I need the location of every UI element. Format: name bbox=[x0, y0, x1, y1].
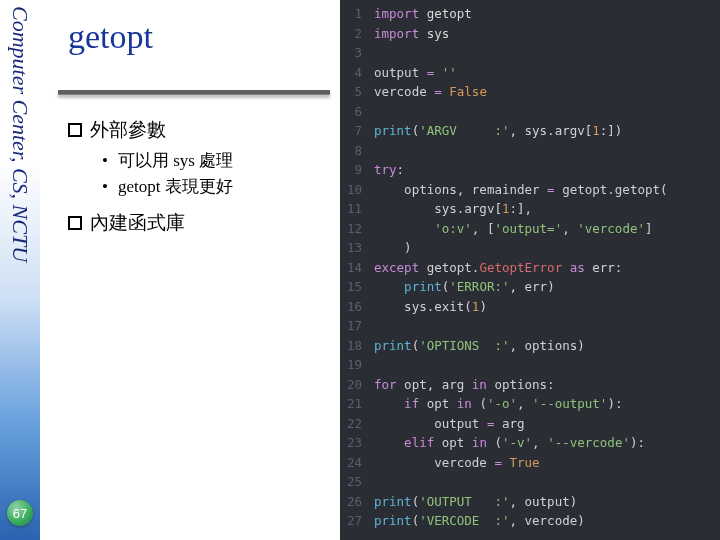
code-line: 11 sys.argv[1:], bbox=[340, 199, 720, 219]
code-line-body: sys.argv[1:], bbox=[374, 199, 720, 219]
code-line: 19 bbox=[340, 355, 720, 375]
code-line: 4output = '' bbox=[340, 63, 720, 83]
line-number: 6 bbox=[340, 102, 374, 122]
code-line: 22 output = arg bbox=[340, 414, 720, 434]
code-line-body bbox=[374, 102, 720, 122]
code-line-body bbox=[374, 355, 720, 375]
code-line: 14except getopt.GetoptError as err: bbox=[340, 258, 720, 278]
code-line-body: for opt, arg in options: bbox=[374, 375, 720, 395]
line-number: 10 bbox=[340, 180, 374, 200]
line-number: 3 bbox=[340, 43, 374, 63]
page-number-badge: 67 bbox=[7, 500, 33, 526]
line-number: 22 bbox=[340, 414, 374, 434]
code-line: 25 bbox=[340, 472, 720, 492]
code-line-body: print('ERROR:', err) bbox=[374, 277, 720, 297]
line-number: 18 bbox=[340, 336, 374, 356]
code-line-body: options, remainder = getopt.getopt( bbox=[374, 180, 720, 200]
slide: Computer Center, CS, NCTU 67 getopt 外部參數… bbox=[0, 0, 720, 540]
square-bullet-icon bbox=[68, 123, 82, 137]
code-line-body: import getopt bbox=[374, 4, 720, 24]
code-line: 13 ) bbox=[340, 238, 720, 258]
line-number: 21 bbox=[340, 394, 374, 414]
code-line-body bbox=[374, 43, 720, 63]
code-line: 18print('OPTIONS :', options) bbox=[340, 336, 720, 356]
sub-bullet: getopt 表現更好 bbox=[102, 175, 330, 198]
bullet-1: 外部參數 bbox=[68, 117, 330, 143]
line-number: 5 bbox=[340, 82, 374, 102]
line-number: 25 bbox=[340, 472, 374, 492]
code-line-body: import sys bbox=[374, 24, 720, 44]
line-number: 24 bbox=[340, 453, 374, 473]
line-number: 11 bbox=[340, 199, 374, 219]
code-line-body bbox=[374, 316, 720, 336]
code-line: 7print('ARGV :', sys.argv[1:]) bbox=[340, 121, 720, 141]
line-number: 19 bbox=[340, 355, 374, 375]
line-number: 7 bbox=[340, 121, 374, 141]
code-line-body: print('OUTPUT :', output) bbox=[374, 492, 720, 512]
code-line: 24 vercode = True bbox=[340, 453, 720, 473]
code-line-body: output = arg bbox=[374, 414, 720, 434]
sidebar: Computer Center, CS, NCTU 67 bbox=[0, 0, 40, 540]
line-number: 13 bbox=[340, 238, 374, 258]
code-line: 2import sys bbox=[340, 24, 720, 44]
line-number: 2 bbox=[340, 24, 374, 44]
content-pane: getopt 外部參數 可以用 sys 處理 getopt 表現更好 內建函式庫 bbox=[40, 0, 340, 540]
sub-bullet: 可以用 sys 處理 bbox=[102, 149, 330, 172]
code-line-body: sys.exit(1) bbox=[374, 297, 720, 317]
line-number: 20 bbox=[340, 375, 374, 395]
line-number: 14 bbox=[340, 258, 374, 278]
code-line: 27print('VERCODE :', vercode) bbox=[340, 511, 720, 531]
line-number: 4 bbox=[340, 63, 374, 83]
code-line-body: output = '' bbox=[374, 63, 720, 83]
bullet-2: 內建函式庫 bbox=[68, 210, 330, 236]
org-label: Computer Center, CS, NCTU bbox=[7, 6, 33, 262]
code-line-body: vercode = True bbox=[374, 453, 720, 473]
code-line: 17 bbox=[340, 316, 720, 336]
code-line-body: vercode = False bbox=[374, 82, 720, 102]
code-line: 26print('OUTPUT :', output) bbox=[340, 492, 720, 512]
code-line: 16 sys.exit(1) bbox=[340, 297, 720, 317]
code-line: 21 if opt in ('-o', '--output'): bbox=[340, 394, 720, 414]
code-line: 23 elif opt in ('-v', '--vercode'): bbox=[340, 433, 720, 453]
code-line-body: elif opt in ('-v', '--vercode'): bbox=[374, 433, 720, 453]
code-line-body: if opt in ('-o', '--output'): bbox=[374, 394, 720, 414]
line-number: 9 bbox=[340, 160, 374, 180]
code-line-body: print('ARGV :', sys.argv[1:]) bbox=[374, 121, 720, 141]
code-line: 20for opt, arg in options: bbox=[340, 375, 720, 395]
code-line-body: ) bbox=[374, 238, 720, 258]
bullet-1-sublist: 可以用 sys 處理 getopt 表現更好 bbox=[102, 149, 330, 198]
line-number: 23 bbox=[340, 433, 374, 453]
line-number: 15 bbox=[340, 277, 374, 297]
line-number: 16 bbox=[340, 297, 374, 317]
bullet-list: 外部參數 可以用 sys 處理 getopt 表現更好 內建函式庫 bbox=[68, 117, 330, 236]
bullet-1-text: 外部參數 bbox=[90, 119, 166, 140]
line-number: 17 bbox=[340, 316, 374, 336]
code-line: 12 'o:v', ['output=', 'vercode'] bbox=[340, 219, 720, 239]
code-line: 1import getopt bbox=[340, 4, 720, 24]
code-line-body: 'o:v', ['output=', 'vercode'] bbox=[374, 219, 720, 239]
square-bullet-icon bbox=[68, 216, 82, 230]
code-line: 9try: bbox=[340, 160, 720, 180]
code-line: 6 bbox=[340, 102, 720, 122]
title-underline bbox=[58, 90, 330, 95]
line-number: 27 bbox=[340, 511, 374, 531]
code-line-body: try: bbox=[374, 160, 720, 180]
slide-title: getopt bbox=[68, 18, 330, 56]
line-number: 26 bbox=[340, 492, 374, 512]
code-line-body: print('VERCODE :', vercode) bbox=[374, 511, 720, 531]
code-line: 10 options, remainder = getopt.getopt( bbox=[340, 180, 720, 200]
code-block: 1import getopt2import sys34output = ''5v… bbox=[340, 0, 720, 540]
code-line-body bbox=[374, 472, 720, 492]
line-number: 1 bbox=[340, 4, 374, 24]
bullet-2-text: 內建函式庫 bbox=[90, 212, 185, 233]
code-line: 8 bbox=[340, 141, 720, 161]
code-line: 15 print('ERROR:', err) bbox=[340, 277, 720, 297]
line-number: 12 bbox=[340, 219, 374, 239]
code-line-body: print('OPTIONS :', options) bbox=[374, 336, 720, 356]
code-line: 3 bbox=[340, 43, 720, 63]
code-line-body: except getopt.GetoptError as err: bbox=[374, 258, 720, 278]
code-line-body bbox=[374, 141, 720, 161]
line-number: 8 bbox=[340, 141, 374, 161]
code-line: 5vercode = False bbox=[340, 82, 720, 102]
